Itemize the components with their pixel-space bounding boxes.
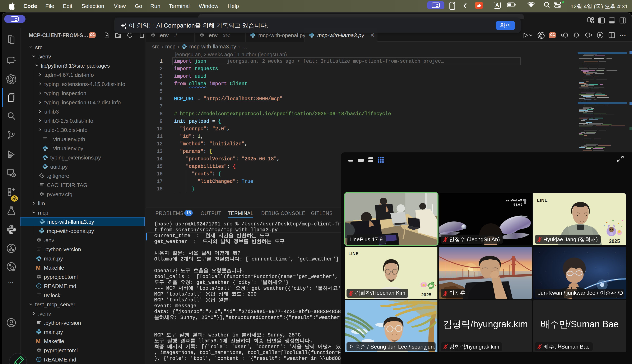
svg-text:2025: 2025 [421,292,431,297]
svg-text:LINE: LINE [348,251,359,256]
svg-text:2025: 2025 [609,238,620,244]
svg-text:LINE: LINE [537,198,548,202]
svg-text:2025: 2025 [513,203,522,206]
svg-text:Tech-Verse: Tech-Verse [506,198,522,202]
